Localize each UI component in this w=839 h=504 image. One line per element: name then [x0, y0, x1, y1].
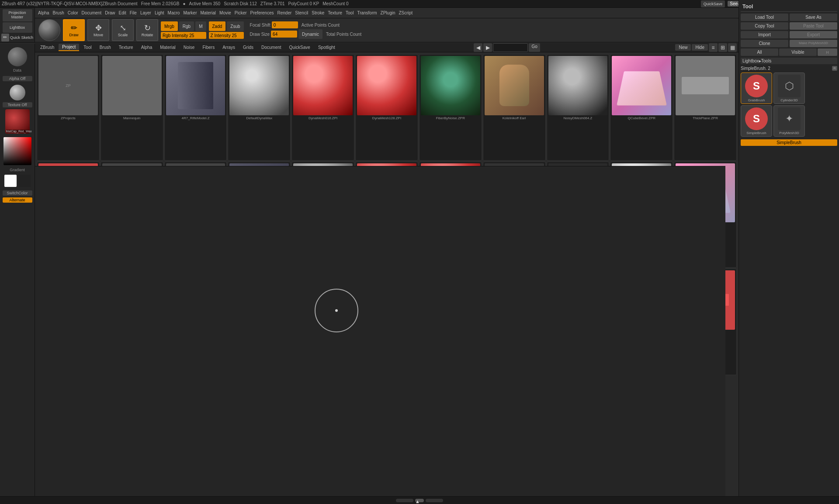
brush-item-simplebrush[interactable]: S SimpleBrush: [741, 105, 772, 137]
rotate-tool-button[interactable]: ↻ Rotate: [136, 19, 158, 41]
menu-brush[interactable]: Brush: [52, 10, 66, 16]
viewport-area[interactable]: [35, 166, 725, 496]
alpha-off-button[interactable]: Alpha Off: [3, 76, 32, 81]
menu-render[interactable]: Render: [276, 10, 293, 16]
export-button[interactable]: Export: [790, 31, 837, 38]
scroll-bar[interactable]: ▲: [396, 499, 443, 502]
menu-movie[interactable]: Movie: [218, 10, 232, 16]
copy-tool-button[interactable]: Copy Tool: [741, 22, 788, 30]
draw-tool-button[interactable]: ✏ Draw: [63, 19, 85, 41]
lb-new-button[interactable]: New: [675, 44, 691, 51]
tab-spotlight[interactable]: Spotlight: [315, 44, 339, 51]
menu-transform[interactable]: Transform: [356, 10, 378, 16]
menu-zscript[interactable]: ZScript: [398, 10, 414, 16]
m-button[interactable]: M: [195, 21, 206, 31]
menu-color[interactable]: Color: [66, 10, 80, 16]
color-picker-area[interactable]: [3, 137, 31, 165]
all-button[interactable]: All: [741, 48, 778, 56]
lb-item-zprojects[interactable]: ZP ZProjects: [37, 54, 100, 161]
zsub-button[interactable]: Zsub: [227, 21, 243, 31]
lb-view-grid[interactable]: ⊞: [718, 43, 727, 52]
lightbox-button[interactable]: LightBox: [3, 22, 32, 33]
hidden-button[interactable]: H: [818, 48, 837, 56]
lb-item-dynames016[interactable]: DynaMesh016.ZPI: [291, 54, 354, 161]
lb-nav-prev[interactable]: ◀: [474, 43, 482, 52]
tab-texture[interactable]: Texture: [115, 44, 137, 51]
matcap-preview[interactable]: MatCap_Red_Wax: [5, 109, 30, 134]
menu-stencil[interactable]: Stencil: [294, 10, 309, 16]
lb-item-defaultdynawax[interactable]: DefaultDynaWax: [228, 54, 291, 161]
quick-sketch-button[interactable]: ✏ Quick Sketch: [1, 34, 33, 41]
brush-selector[interactable]: [38, 19, 60, 41]
tab-arrays[interactable]: Arrays: [219, 44, 239, 51]
z-intensity-slider[interactable]: Z Intensity 25: [209, 32, 244, 39]
menu-material[interactable]: Material: [199, 10, 218, 16]
tab-material[interactable]: Material: [156, 44, 179, 51]
lb-hide-button[interactable]: Hide: [692, 44, 708, 51]
menu-tool[interactable]: Tool: [344, 10, 355, 16]
move-tool-button[interactable]: ✥ Move: [87, 19, 109, 41]
menu-macro[interactable]: Macro: [166, 10, 181, 16]
brush-item-polymesh3d[interactable]: ✦ PolyMesh3D: [773, 105, 805, 137]
tab-zbrush[interactable]: ZBrush: [37, 44, 58, 51]
menu-light[interactable]: Light: [153, 10, 166, 16]
projection-master-button[interactable]: Projection Master: [3, 9, 32, 21]
lb-nav-next[interactable]: ▶: [483, 43, 492, 52]
tab-quicksave[interactable]: QuickSave: [286, 44, 314, 51]
alternate-button[interactable]: Alternate: [3, 197, 32, 203]
lb-item-thickplane[interactable]: ThickPlane.ZPR: [674, 54, 737, 161]
focal-shift-slider[interactable]: 0: [272, 21, 298, 28]
lb-view-large[interactable]: ▦: [728, 43, 737, 52]
paste-tool-button[interactable]: Paste Tool: [790, 22, 837, 30]
make-polymesh-button[interactable]: Make PolyMesh3D: [790, 40, 837, 47]
menu-edit[interactable]: Edit: [118, 10, 128, 16]
tab-fibers[interactable]: Fibers: [199, 44, 218, 51]
white-swatch[interactable]: [4, 175, 17, 187]
clone-button[interactable]: Clone: [741, 40, 788, 47]
lb-item-qcubebevel[interactable]: QCubeBevel.ZPR: [610, 54, 673, 161]
draw-size-slider[interactable]: 64: [271, 31, 297, 38]
visible-button[interactable]: Visible: [779, 48, 817, 56]
switch-color-button[interactable]: SwitchColor: [3, 190, 32, 196]
mrgb-button[interactable]: Mrgb: [161, 21, 178, 31]
tab-tool[interactable]: Tool: [80, 44, 95, 51]
rgb-button[interactable]: Rgb: [179, 21, 194, 31]
tab-document[interactable]: Document: [258, 44, 285, 51]
small-sphere-preview[interactable]: [10, 85, 25, 100]
menu-texture[interactable]: Texture: [326, 10, 343, 16]
lb-search-input[interactable]: [493, 43, 528, 52]
menu-alpha[interactable]: Alpha: [37, 10, 51, 16]
menu-file[interactable]: File: [128, 10, 138, 16]
lb-item-dynames128[interactable]: DynaMesh128.ZPI: [355, 54, 418, 161]
black-swatch[interactable]: [18, 175, 31, 187]
scroll-thumb[interactable]: ▲: [415, 499, 424, 502]
brush-item-simplebbrush[interactable]: S GrabBrush: [741, 72, 772, 104]
menu-draw[interactable]: Draw: [104, 10, 116, 16]
menu-document[interactable]: Document: [80, 10, 103, 16]
menu-layer[interactable]: Layer: [139, 10, 153, 16]
quicksave-button[interactable]: QuickSave: [701, 0, 725, 7]
brush-item-cylinder3d[interactable]: ⬡ Cylinder3D: [773, 72, 805, 104]
menu-preferences[interactable]: Preferences: [249, 10, 275, 16]
tab-grids[interactable]: Grids: [239, 44, 257, 51]
texture-off-button[interactable]: Texture Off: [3, 102, 32, 107]
zadd-button[interactable]: Zadd: [209, 21, 226, 31]
rgb-intensity-slider[interactable]: Rgb Intensity 25: [161, 32, 206, 39]
menu-zplugin[interactable]: ZPlugin: [379, 10, 397, 16]
menu-picker[interactable]: Picker: [233, 10, 248, 16]
lb-item-noisydmesh064[interactable]: NoisyDMesh064.Z: [547, 54, 610, 161]
material-sphere-preview[interactable]: [8, 47, 27, 66]
dynamic-button[interactable]: Dynamic: [298, 29, 322, 39]
tab-alpha[interactable]: Alpha: [138, 44, 156, 51]
lb-item-kotelnikoff[interactable]: Kotelnikoff Earl: [483, 54, 546, 161]
lightbox-tools-label[interactable]: Lightbox▸Tools: [741, 58, 837, 64]
tab-brush[interactable]: Brush: [96, 44, 114, 51]
lb-view-list[interactable]: ≡: [709, 43, 718, 52]
menu-marker[interactable]: Marker: [182, 10, 198, 16]
load-tool-button[interactable]: Load Tool: [741, 14, 788, 21]
scale-tool-button[interactable]: ⤡ Scale: [112, 19, 134, 41]
color-gradient-picker[interactable]: [3, 137, 31, 165]
import-button[interactable]: Import: [741, 31, 788, 38]
tab-project[interactable]: Project: [59, 44, 79, 51]
lb-item-4r7rifle[interactable]: 4R7_RifleModel.Z: [164, 54, 227, 161]
